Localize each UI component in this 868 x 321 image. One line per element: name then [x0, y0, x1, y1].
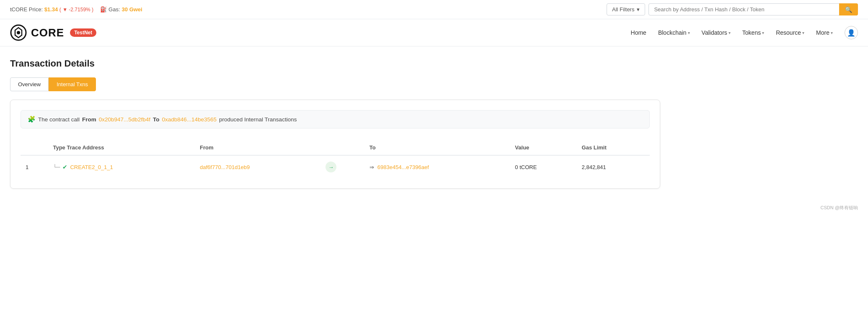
top-bar: tCORE Price: $1.34 ( ▼ -2.7159% ) ⛽ Gas:…	[0, 0, 868, 19]
tab-overview[interactable]: Overview	[10, 77, 49, 91]
tab-group: Overview Internal Txns	[10, 77, 660, 91]
footer: CSDN @终有链响	[0, 200, 868, 213]
footer-text: CSDN @终有链响	[821, 205, 858, 210]
top-bar-right: All Filters ▾ 🔍	[607, 3, 858, 15]
nav-menu: Home Blockchain ▾ Validators ▾ Tokens ▾ …	[631, 26, 858, 39]
logo-icon	[10, 24, 27, 41]
to-address-link[interactable]: 0xadb846...14be3565	[162, 116, 217, 123]
filter-label: All Filters	[612, 6, 634, 13]
trace-branch-icon: └─	[53, 164, 60, 170]
filter-select[interactable]: All Filters ▾	[607, 3, 645, 15]
row-arrow: →	[320, 155, 364, 178]
more-chevron-icon: ▾	[831, 31, 833, 35]
contract-call-text-before: The contract call	[38, 116, 80, 123]
col-index	[21, 140, 48, 155]
price-section: tCORE Price: $1.34 ( ▼ -2.7159% )	[10, 6, 93, 13]
price-value: $1.34	[44, 6, 58, 13]
logo-area: CORE TestNet	[10, 24, 96, 41]
validators-chevron-icon: ▾	[728, 31, 731, 35]
from-address-link[interactable]: 0x20b947...5db2fb4f	[99, 116, 150, 123]
row-index: 1	[21, 155, 48, 178]
from-link[interactable]: daf6f770...701d1eb9	[200, 164, 250, 170]
nav-item-validators[interactable]: Validators ▾	[702, 29, 731, 36]
nav-item-home[interactable]: Home	[631, 29, 646, 36]
gas-value: 30 Gwei	[122, 6, 142, 13]
contract-call-text-after: produced Internal Transactions	[219, 116, 297, 123]
row-to: ⇒ 6983e454...e7396aef	[364, 155, 510, 178]
col-gas-limit: Gas Limit	[577, 140, 650, 155]
resource-chevron-icon: ▾	[802, 31, 804, 35]
filter-chevron-icon: ▾	[637, 6, 640, 13]
testnet-badge: TestNet	[70, 28, 96, 37]
col-type-trace: Type Trace Address	[48, 140, 195, 155]
search-wrap: 🔍	[648, 3, 858, 15]
tab-internal-txns[interactable]: Internal Txns	[49, 77, 96, 91]
gas-label: Gas:	[108, 6, 120, 13]
internal-txns-table: Type Trace Address From To Value Gas Lim…	[21, 140, 650, 178]
col-from: From	[195, 140, 320, 155]
col-value: Value	[510, 140, 576, 155]
nav-item-resource[interactable]: Resource ▾	[776, 29, 804, 36]
price-label: tCORE Price:	[10, 6, 43, 13]
main-card: 🧩 The contract call From 0x20b947...5db2…	[10, 100, 660, 189]
page-title: Transaction Details	[10, 58, 660, 69]
row-trace-address: └─ ✔ CREATE2_0_1_1	[48, 155, 195, 178]
row-from: daf6f770...701d1eb9	[195, 155, 320, 178]
tokens-chevron-icon: ▾	[762, 31, 764, 35]
gas-icon: ⛽	[100, 6, 107, 13]
top-bar-left: tCORE Price: $1.34 ( ▼ -2.7159% ) ⛽ Gas:…	[10, 6, 142, 13]
from-label: From	[82, 116, 96, 123]
logo-text: CORE	[31, 26, 64, 39]
nav-item-tokens[interactable]: Tokens ▾	[742, 29, 764, 36]
blockchain-chevron-icon: ▾	[688, 31, 690, 35]
to-link[interactable]: 6983e454...e7396aef	[377, 164, 429, 170]
contract-call-info: 🧩 The contract call From 0x20b947...5db2…	[21, 110, 650, 128]
row-gas-limit: 2,842,841	[577, 155, 650, 178]
arrow-icon: →	[326, 162, 336, 172]
row-value: 0 tCORE	[510, 155, 576, 178]
col-to: To	[364, 140, 510, 155]
nav-item-more[interactable]: More ▾	[816, 29, 833, 36]
success-check-icon: ✔	[62, 164, 67, 170]
price-change: ( ▼ -2.7159% )	[59, 7, 93, 13]
trace-address-link[interactable]: CREATE2_0_1_1	[70, 164, 113, 170]
contract-icon: ⇒	[369, 164, 374, 170]
search-button[interactable]: 🔍	[839, 3, 858, 15]
nav-item-blockchain[interactable]: Blockchain ▾	[658, 29, 690, 36]
header-nav: CORE TestNet Home Blockchain ▾ Validator…	[0, 19, 868, 46]
user-icon-button[interactable]: 👤	[845, 26, 858, 39]
col-arrow	[320, 140, 364, 155]
puzzle-icon: 🧩	[28, 116, 36, 123]
svg-point-2	[17, 31, 20, 34]
table-row: 1 └─ ✔ CREATE2_0_1_1 daf6f770...701d1eb9…	[21, 155, 650, 178]
gas-section: ⛽ Gas: 30 Gwei	[100, 6, 142, 13]
search-input[interactable]	[648, 3, 858, 15]
to-label: To	[153, 116, 160, 123]
page-content: Transaction Details Overview Internal Tx…	[0, 46, 670, 200]
